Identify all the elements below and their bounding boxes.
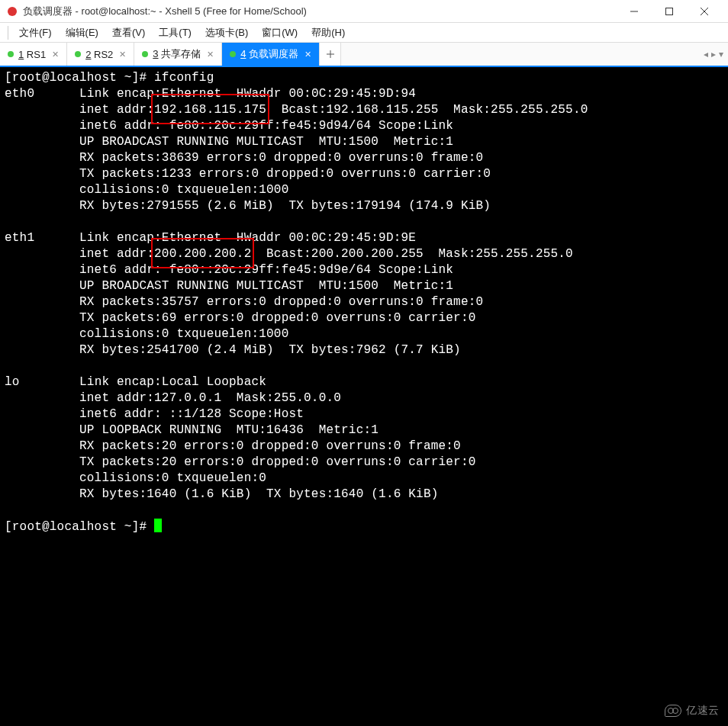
maximize-button[interactable] — [652, 0, 687, 23]
output-line: UP BROADCAST RUNNING MULTICAST MTU:1500 … — [79, 279, 453, 293]
iface-name: eth1 — [5, 231, 34, 245]
tab-label: 2 RS2 — [85, 49, 113, 60]
output-line: inet addr: — [79, 247, 154, 261]
ip-address-eth1: 200.200.200.2 — [154, 247, 251, 261]
close-button[interactable] — [687, 0, 722, 23]
tab-close-icon[interactable]: ✕ — [207, 50, 214, 59]
window-title: 负载调度器 - root@localhost:~ - Xshell 5 (Fre… — [23, 5, 617, 18]
tab-label: 4 负载调度器 — [240, 47, 298, 61]
tab-nav: ◂ ▸ ▾ — [699, 43, 728, 66]
tab-label: 1 RS1 — [18, 49, 46, 60]
tab-prev-icon[interactable]: ◂ — [704, 49, 708, 59]
tab-close-icon[interactable]: ✕ — [52, 50, 59, 59]
output-line: inet addr:127.0.0.1 Mask:255.0.0.0 — [79, 391, 341, 405]
watermark-icon — [665, 705, 681, 717]
tab-label: 3 共享存储 — [153, 47, 201, 61]
tab-shared-storage[interactable]: 3 共享存储 ✕ — [134, 43, 222, 66]
output-line: Link encap:Ethernet HWaddr 00:0C:29:45:9… — [79, 87, 416, 101]
output-line: inet addr: — [79, 103, 154, 117]
output-line: Link encap:Ethernet HWaddr 00:0C:29:45:9… — [79, 231, 416, 245]
svg-rect-2 — [666, 8, 673, 14]
menu-view[interactable]: 查看(V) — [106, 24, 151, 41]
output-line: inet6 addr: ::1/128 Scope:Host — [79, 407, 304, 421]
tab-close-icon[interactable]: ✕ — [304, 50, 311, 59]
tab-add-button[interactable] — [320, 43, 341, 66]
menu-edit[interactable]: 编辑(E) — [60, 24, 105, 41]
output-line: inet6 addr: fe80::20c:29ff:fe45:9d94/64 … — [79, 119, 453, 133]
window-titlebar: 负载调度器 - root@localhost:~ - Xshell 5 (Fre… — [0, 0, 728, 23]
terminal[interactable]: [root@localhost ~]# ifconfig eth0 Link e… — [0, 67, 728, 726]
tab-next-icon[interactable]: ▸ — [711, 49, 716, 59]
status-dot-icon — [75, 51, 81, 57]
window-controls — [617, 0, 722, 23]
menubar: 文件(F) 编辑(E) 查看(V) 工具(T) 选项卡(B) 窗口(W) 帮助(… — [0, 23, 728, 43]
output-line: collisions:0 txqueuelen:1000 — [79, 183, 288, 197]
tab-load-balancer[interactable]: 4 负载调度器 ✕ — [222, 43, 320, 66]
menubar-separator — [8, 26, 8, 40]
output-line: UP LOOPBACK RUNNING MTU:16436 Metric:1 — [79, 423, 378, 437]
output-line: TX packets:1233 errors:0 dropped:0 overr… — [79, 167, 491, 181]
menu-tabs[interactable]: 选项卡(B) — [199, 24, 254, 41]
status-dot-icon — [8, 51, 14, 57]
output-line: TX packets:69 errors:0 dropped:0 overrun… — [79, 311, 475, 325]
output-line: Link encap:Local Loopback — [79, 375, 266, 389]
output-line: collisions:0 txqueuelen:1000 — [79, 327, 288, 341]
output-line: RX packets:35757 errors:0 dropped:0 over… — [79, 295, 483, 309]
output-line: UP BROADCAST RUNNING MULTICAST MTU:1500 … — [79, 135, 453, 149]
output-line: RX packets:20 errors:0 dropped:0 overrun… — [79, 439, 461, 453]
tab-rs2[interactable]: 2 RS2 ✕ — [67, 43, 134, 66]
menu-tools[interactable]: 工具(T) — [153, 24, 198, 41]
output-line: inet6 addr: fe80::20c:29ff:fe45:9d9e/64 … — [79, 263, 453, 277]
tab-menu-icon[interactable]: ▾ — [719, 49, 723, 59]
watermark: 亿速云 — [665, 702, 719, 718]
menu-help[interactable]: 帮助(H) — [305, 24, 351, 41]
ip-address-eth0: 192.168.115.175 — [154, 103, 266, 117]
prompt: [root@localhost ~]# — [5, 520, 154, 534]
prompt: [root@localhost ~]# — [5, 71, 154, 85]
app-icon — [6, 5, 18, 18]
iface-name: eth0 — [5, 87, 34, 101]
output-line: RX packets:38639 errors:0 dropped:0 over… — [79, 151, 483, 165]
menu-window[interactable]: 窗口(W) — [256, 24, 304, 41]
output-line: RX bytes:2791555 (2.6 MiB) TX bytes:1791… — [79, 199, 491, 213]
minimize-button[interactable] — [617, 0, 652, 23]
svg-point-0 — [8, 7, 17, 16]
command: ifconfig — [154, 71, 214, 85]
iface-name: lo — [5, 375, 20, 389]
status-dot-icon — [142, 51, 148, 57]
watermark-text: 亿速云 — [686, 702, 719, 718]
menu-file[interactable]: 文件(F) — [13, 24, 58, 41]
output-line: Bcast:200.200.200.255 Mask:255.255.255.0 — [251, 247, 572, 261]
tab-rs1[interactable]: 1 RS1 ✕ — [0, 43, 67, 66]
tab-close-icon[interactable]: ✕ — [119, 50, 126, 59]
status-dot-icon — [230, 51, 236, 57]
output-line: TX packets:20 errors:0 dropped:0 overrun… — [79, 455, 475, 469]
output-line: collisions:0 txqueuelen:0 — [79, 471, 266, 485]
output-line: RX bytes:2541700 (2.4 MiB) TX bytes:7962… — [79, 343, 461, 357]
tabbar: 1 RS1 ✕ 2 RS2 ✕ 3 共享存储 ✕ 4 负载调度器 ✕ ◂ ▸ ▾ — [0, 43, 728, 67]
terminal-cursor — [154, 519, 162, 532]
output-line: Bcast:192.168.115.255 Mask:255.255.255.0 — [266, 103, 588, 117]
output-line: RX bytes:1640 (1.6 KiB) TX bytes:1640 (1… — [79, 487, 438, 501]
